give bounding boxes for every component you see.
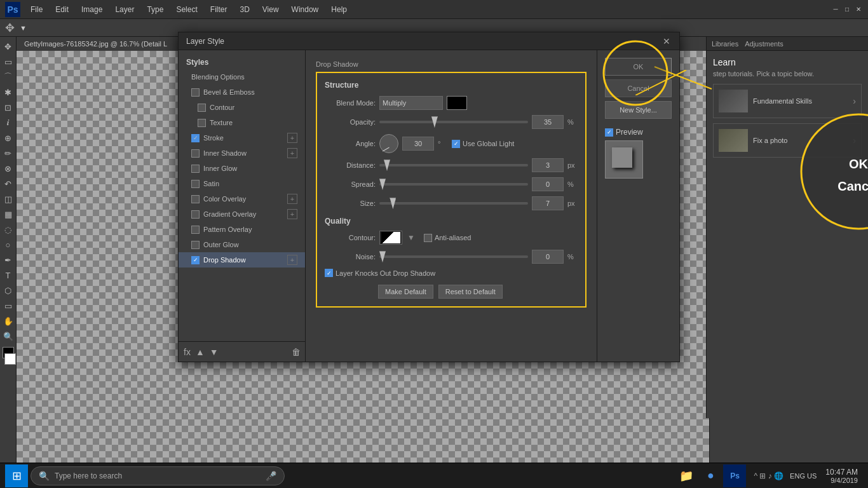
menu-type[interactable]: Type <box>142 4 168 15</box>
style-drop-shadow[interactable]: ✓ Drop Shadow + <box>179 252 305 268</box>
noise-input[interactable] <box>532 250 564 264</box>
style-bevel-emboss[interactable]: Bevel & Emboss <box>179 85 305 100</box>
eraser-tool[interactable]: ◫ <box>1 192 15 206</box>
style-inner-glow[interactable]: Inner Glow <box>179 161 305 176</box>
style-pattern-overlay[interactable]: Pattern Overlay <box>179 222 305 237</box>
magic-wand-tool[interactable]: ✱ <box>1 85 15 99</box>
bg-color[interactable] <box>4 353 16 365</box>
opacity-input[interactable] <box>532 115 564 129</box>
lasso-tool[interactable]: ⌒ <box>1 70 15 84</box>
inner-glow-checkbox[interactable] <box>191 165 200 173</box>
styles-header[interactable]: Styles <box>179 55 305 69</box>
style-texture[interactable]: Texture <box>179 115 305 130</box>
shape-tool[interactable]: ▭ <box>1 299 15 313</box>
marquee-tool[interactable]: ▭ <box>1 55 15 69</box>
add-style-footer-icon[interactable]: ▲ <box>196 347 205 357</box>
gradient-tool[interactable]: ▦ <box>1 207 15 221</box>
cancel-button[interactable]: Cancel <box>605 79 672 97</box>
layer-style-dialog[interactable]: Layer Style ✕ Styles Blending Options Be… <box>178 32 680 362</box>
size-input[interactable] <box>532 196 564 210</box>
layer-knocks-checkbox[interactable]: ✓ <box>325 269 333 277</box>
style-color-overlay[interactable]: Color Overlay + <box>179 191 305 207</box>
menu-view[interactable]: View <box>257 4 284 15</box>
close-button[interactable]: ✕ <box>854 5 863 14</box>
blur-tool[interactable]: ◌ <box>1 222 15 236</box>
new-style-button[interactable]: New Style... <box>605 101 672 119</box>
opacity-slider[interactable] <box>379 116 528 128</box>
menu-3d[interactable]: 3D <box>234 4 254 15</box>
taskbar-chrome[interactable]: ● <box>699 464 722 487</box>
make-default-button[interactable]: Make Default <box>378 285 433 299</box>
anti-aliased-checkbox[interactable] <box>424 234 432 242</box>
delete-style-icon[interactable]: 🗑 <box>292 347 301 357</box>
size-slider[interactable] <box>379 198 528 209</box>
style-outer-glow[interactable]: Outer Glow <box>179 237 305 252</box>
stroke-checkbox[interactable]: ✓ <box>191 134 200 142</box>
pattern-overlay-checkbox[interactable] <box>191 226 200 234</box>
satin-checkbox[interactable] <box>191 180 200 188</box>
contour-preview[interactable] <box>379 231 402 245</box>
menu-file[interactable]: File <box>25 4 48 15</box>
inner-shadow-add-btn[interactable]: + <box>287 148 297 158</box>
style-blending-options[interactable]: Blending Options <box>179 69 305 85</box>
healing-tool[interactable]: ⊕ <box>1 131 15 145</box>
contour-dropdown-arrow[interactable]: ▼ <box>407 233 415 242</box>
preview-checkbox[interactable]: ✓ <box>605 128 613 137</box>
style-inner-shadow[interactable]: Inner Shadow + <box>179 146 305 161</box>
brush-tool[interactable]: ✏ <box>1 146 15 160</box>
outer-glow-checkbox[interactable] <box>191 241 200 249</box>
learn-tab-adjustments[interactable]: Adjustments <box>745 40 783 48</box>
style-stroke[interactable]: ✓ Stroke + <box>179 130 305 146</box>
learn-tab-libraries[interactable]: Libraries <box>712 40 738 48</box>
dodge-tool[interactable]: ○ <box>1 238 15 252</box>
taskbar-photoshop[interactable]: Ps <box>723 464 746 487</box>
layer-knocks-label[interactable]: ✓ Layer Knocks Out Drop Shadow <box>325 269 435 277</box>
move-tool[interactable]: ✥ <box>1 39 15 53</box>
color-overlay-checkbox[interactable] <box>191 195 200 203</box>
text-tool[interactable]: T <box>1 268 15 282</box>
minimize-button[interactable]: ─ <box>831 5 840 14</box>
maximize-button[interactable]: □ <box>843 5 851 14</box>
down-style-footer-icon[interactable]: ▼ <box>210 347 219 357</box>
start-button[interactable]: ⊞ <box>5 464 28 487</box>
eyedropper-tool[interactable]: 𝒊 <box>1 116 15 130</box>
gradient-overlay-checkbox[interactable] <box>191 210 200 219</box>
hand-tool[interactable]: ✋ <box>1 314 15 328</box>
use-global-light-label[interactable]: ✓ Use Global Light <box>452 140 514 148</box>
ok-button[interactable]: OK <box>605 58 672 76</box>
stroke-add-btn[interactable]: + <box>287 133 297 143</box>
angle-dial[interactable] <box>379 134 398 153</box>
blend-mode-color-swatch[interactable] <box>447 96 467 110</box>
style-contour[interactable]: Contour <box>179 100 305 115</box>
zoom-tool[interactable]: 🔍 <box>1 329 15 343</box>
texture-checkbox[interactable] <box>198 119 206 127</box>
color-overlay-add-btn[interactable]: + <box>287 194 297 204</box>
use-global-light-checkbox[interactable]: ✓ <box>452 140 460 148</box>
dialog-close-button[interactable]: ✕ <box>661 36 672 46</box>
menu-select[interactable]: Select <box>171 4 202 15</box>
reset-to-default-button[interactable]: Reset to Default <box>438 285 503 299</box>
menu-filter[interactable]: Filter <box>205 4 233 15</box>
menu-layer[interactable]: Layer <box>110 4 139 15</box>
history-brush[interactable]: ↶ <box>1 177 15 191</box>
drop-shadow-add-btn[interactable]: + <box>287 255 297 265</box>
style-satin[interactable]: Satin <box>179 176 305 191</box>
blend-mode-select[interactable]: Multiply Normal Screen <box>379 96 443 110</box>
spread-slider[interactable] <box>379 179 528 190</box>
path-tool[interactable]: ⬡ <box>1 283 15 297</box>
menu-help[interactable]: Help <box>326 4 352 15</box>
drop-shadow-checkbox[interactable]: ✓ <box>191 256 200 264</box>
spread-input[interactable] <box>532 177 564 191</box>
angle-input[interactable] <box>402 137 434 151</box>
taskbar-search-box[interactable]: 🔍 Type here to search 🎤 <box>31 466 285 485</box>
anti-aliased-label[interactable]: Anti-aliased <box>424 234 471 242</box>
contour-checkbox[interactable] <box>198 104 206 112</box>
distance-input[interactable] <box>532 158 564 172</box>
menu-window[interactable]: Window <box>287 4 324 15</box>
clone-tool[interactable]: ⊗ <box>1 161 15 175</box>
menu-image[interactable]: Image <box>76 4 107 15</box>
noise-slider[interactable] <box>379 251 528 262</box>
crop-tool[interactable]: ⊡ <box>1 100 15 114</box>
menu-edit[interactable]: Edit <box>50 4 74 15</box>
distance-slider[interactable] <box>379 159 528 171</box>
